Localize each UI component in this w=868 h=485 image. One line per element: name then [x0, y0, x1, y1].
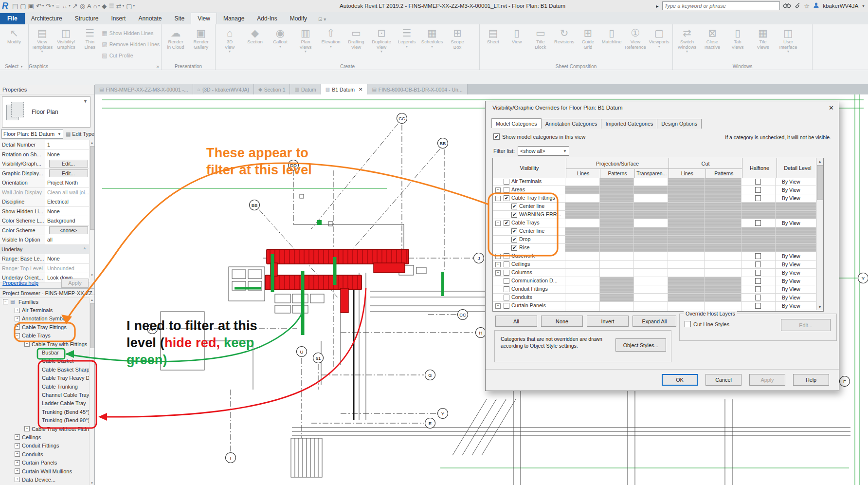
halftone-cell[interactable]: [741, 269, 776, 277]
ribbon-tab-annotate[interactable]: Annotate: [132, 13, 168, 24]
ribbon-tab-site[interactable]: Site: [168, 13, 191, 24]
category-row-rise[interactable]: ✔Rise: [493, 244, 816, 252]
override-cell[interactable]: [668, 227, 705, 235]
override-cell[interactable]: [634, 219, 668, 227]
override-cell[interactable]: [565, 261, 599, 268]
ribbon-button-tab-views[interactable]: ▯Tab Views: [725, 25, 750, 50]
override-cell[interactable]: [705, 269, 741, 277]
ribbon-button-render-in-cloud[interactable]: ☁Render in Cloud: [163, 25, 188, 50]
detail-level-cell[interactable]: By View: [776, 252, 816, 260]
visibility-checkbox[interactable]: [504, 270, 509, 276]
visibility-checkbox[interactable]: ✔: [511, 212, 517, 218]
override-cell[interactable]: [634, 244, 668, 252]
tree-item-cable-tray-with-fittings[interactable]: −Cable Tray with Fittings: [0, 340, 90, 348]
halftone-cell[interactable]: [741, 227, 776, 235]
expand-icon[interactable]: +: [495, 254, 501, 259]
ribbon-tab-add-ins[interactable]: Add-Ins: [251, 13, 283, 24]
property-button-color-scheme[interactable]: <none>: [49, 226, 88, 234]
halftone-cell[interactable]: [741, 294, 776, 301]
ribbon-tab-architecture[interactable]: Architecture: [25, 13, 69, 24]
visibility-checkbox[interactable]: ✔: [511, 245, 517, 251]
category-row-drop[interactable]: ✔Drop: [493, 236, 816, 244]
override-cell[interactable]: [600, 269, 634, 277]
edit-host-layers-button[interactable]: Edit...: [781, 319, 831, 331]
none-button[interactable]: None: [541, 316, 583, 327]
detail-level-cell[interactable]: By View: [776, 269, 816, 277]
override-cell[interactable]: [668, 261, 705, 268]
override-cell[interactable]: [565, 194, 599, 202]
tree-item-cable-tray-without-fittin[interactable]: +Cable Tray without Fittin...: [0, 425, 90, 433]
visibility-checkbox[interactable]: ✔: [511, 204, 517, 209]
tree-item-cable-tray-fittings[interactable]: +Cable Tray Fittings: [0, 323, 90, 331]
tree-item-curtain-panels[interactable]: +Curtain Panels: [0, 458, 90, 466]
expand-icon[interactable]: −: [495, 221, 501, 226]
ribbon-button-revisions[interactable]: ↻Revisions: [552, 25, 576, 45]
expand-icon[interactable]: +: [15, 308, 20, 313]
override-cell[interactable]: [565, 277, 599, 285]
detail-level-cell[interactable]: By View: [776, 302, 816, 310]
tree-item-families[interactable]: −▤Families: [0, 298, 90, 306]
halftone-cell[interactable]: [741, 302, 776, 310]
override-cell[interactable]: [634, 203, 668, 210]
override-cell[interactable]: [705, 244, 741, 252]
override-cell[interactable]: [600, 203, 634, 210]
category-row-air-terminals[interactable]: Air TerminalsBy View: [493, 178, 816, 186]
thin-lines-icon[interactable]: ☰: [108, 3, 114, 9]
expand-icon[interactable]: +: [495, 262, 501, 267]
halftone-cell[interactable]: [741, 285, 776, 293]
tree-item-air-terminals[interactable]: +Air Terminals: [0, 306, 90, 314]
detail-level-cell[interactable]: By View: [776, 194, 816, 202]
override-cell[interactable]: [668, 186, 705, 194]
category-row-warning-err[interactable]: ✔WARNING ERR...: [493, 211, 816, 219]
undo-icon[interactable]: ↶: [36, 3, 41, 9]
select-caret-icon[interactable]: ▼: [20, 65, 23, 68]
expand-all-button[interactable]: Expand All: [633, 316, 676, 327]
halftone-checkbox[interactable]: [755, 195, 761, 201]
visibility-checkbox[interactable]: ✔: [511, 237, 517, 242]
redo-icon[interactable]: ↷: [46, 3, 51, 9]
visibility-checkbox[interactable]: [504, 278, 509, 284]
override-cell[interactable]: [634, 285, 668, 293]
open-folder-icon[interactable]: ▢: [20, 3, 26, 9]
ribbon-button-viewports[interactable]: ▢Viewports▼: [647, 25, 671, 48]
override-cell[interactable]: [634, 269, 668, 277]
detail-level-cell[interactable]: By View: [776, 261, 816, 268]
override-cell[interactable]: [600, 302, 634, 310]
override-cell[interactable]: [634, 294, 668, 301]
visibility-checkbox[interactable]: ✔: [504, 220, 509, 226]
category-row-curtain-systems[interactable]: +Curtain SystemsBy View: [493, 310, 816, 311]
expand-icon[interactable]: +: [15, 434, 20, 440]
scroll-down-icon[interactable]: ▼: [90, 273, 94, 278]
property-value[interactable]: Edit...: [45, 169, 90, 178]
ribbon-button-drafting-view[interactable]: ▭Drafting View: [344, 25, 369, 50]
scrollbar-thumb[interactable]: [817, 165, 823, 200]
edit-type-button[interactable]: ▦ Edit Type: [66, 131, 94, 137]
halftone-checkbox[interactable]: [755, 261, 761, 267]
halftone-cell[interactable]: [741, 211, 776, 219]
ribbon-tab-manage[interactable]: Manage: [217, 13, 251, 24]
override-cell[interactable]: [634, 236, 668, 243]
expand-icon[interactable]: +: [495, 187, 501, 193]
expand-icon[interactable]: +: [15, 460, 20, 466]
dialog-tab-imported-categories[interactable]: Imported Categories: [601, 119, 657, 129]
scroll-down-icon[interactable]: ▼: [816, 304, 823, 310]
override-cell[interactable]: [668, 219, 705, 227]
halftone-checkbox[interactable]: [755, 295, 761, 300]
override-cell[interactable]: [705, 277, 741, 285]
ribbon-button-user-interface[interactable]: ◫User Interface▼: [776, 25, 801, 53]
category-row-conduit-fittings[interactable]: Conduit FittingsBy View: [493, 285, 816, 294]
apply-button[interactable]: Apply: [749, 374, 785, 386]
ribbon-tab-structure[interactable]: Structure: [69, 13, 105, 24]
category-row-areas[interactable]: +AreasBy View: [493, 186, 816, 194]
property-section-underlay[interactable]: Underlay^: [0, 245, 90, 255]
switch-windows-caret-icon[interactable]: ▾: [123, 4, 125, 8]
dialog-close-icon[interactable]: ✕: [829, 104, 834, 112]
visibility-checkbox[interactable]: ✔: [504, 195, 509, 201]
override-cell[interactable]: [705, 227, 741, 235]
expand-icon[interactable]: +: [24, 426, 30, 431]
customize-caret-icon[interactable]: ▾: [133, 4, 135, 8]
visibility-checkbox[interactable]: [504, 187, 509, 193]
category-row-center-line[interactable]: ✔Center line: [493, 227, 816, 236]
override-cell[interactable]: [600, 236, 634, 243]
expand-icon[interactable]: +: [15, 477, 20, 482]
